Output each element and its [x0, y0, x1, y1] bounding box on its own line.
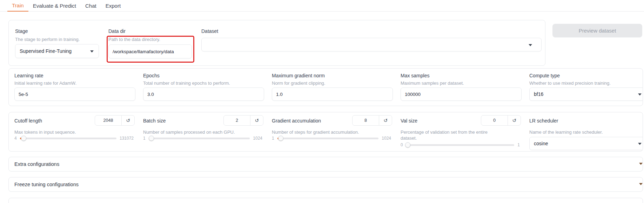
tab-export[interactable]: Export [101, 0, 125, 12]
slider-panel: Cutoff length 2048 ↺ Max tokens in input… [8, 112, 643, 152]
val-size-info: Percentage of validation set from the en… [401, 129, 504, 141]
tab-bar: Train Evaluate & Predict Chat Export [0, 0, 644, 12]
learning-rate-info: Initial learning rate for AdamW. [14, 80, 76, 86]
stage-info: The stage to perform in training. [15, 37, 80, 42]
data-dir-field: Data dir Path to the data directory. [108, 20, 192, 65]
max-grad-norm-field: Maximum gradient norm Norm for gradient … [272, 69, 393, 106]
accordion-freeze-tuning-configurations[interactable]: Freeze tuning configurations [8, 177, 643, 192]
gradient-accumulation-label: Gradient accumulation [272, 118, 321, 124]
chevron-down-icon [638, 143, 642, 145]
slider-thumb[interactable] [21, 136, 26, 141]
cutoff-length-field: Cutoff length 2048 ↺ Max tokens in input… [14, 112, 135, 151]
accordion-lora-configurations[interactable]: LoRA configurations [8, 198, 643, 203]
accordion-caret-icon [639, 183, 643, 185]
lr-scheduler-dropdown[interactable]: cosine [529, 137, 643, 150]
stage-field: Stage The stage to perform in training. … [15, 20, 99, 65]
slider-thumb[interactable] [405, 142, 410, 148]
compute-type-info: Whether to use mixed precision training. [529, 80, 611, 86]
accordion-label: Freeze tuning configurations [14, 182, 79, 187]
dataset-dropdown[interactable] [201, 38, 542, 51]
slider-max-label: 1024 [253, 136, 262, 141]
slider-thumb[interactable] [278, 136, 283, 141]
compute-type-label: Compute type [529, 73, 560, 78]
batch-size-field: Batch size 2 ↺ Number of samples process… [143, 112, 264, 151]
slider-max-label: 1 [517, 142, 520, 147]
val-size-field: Val size 0 ↺ Percentage of validation se… [401, 112, 522, 151]
slider-thumb[interactable] [149, 136, 154, 141]
tab-evaluate-predict[interactable]: Evaluate & Predict [28, 0, 81, 12]
tab-train[interactable]: Train [7, 0, 28, 12]
gradient-accumulation-field: Gradient accumulation 8 ↺ Number of step… [272, 112, 393, 151]
tab-chat[interactable]: Chat [81, 0, 101, 12]
hyperparam-panel: Learning rate Initial learning rate for … [8, 68, 643, 106]
slider-min-label: 4 [14, 136, 17, 141]
dataset-field: Dataset [201, 20, 542, 65]
reset-icon[interactable]: ↺ [250, 115, 263, 125]
learning-rate-input[interactable] [15, 88, 135, 100]
max-grad-norm-input[interactable] [272, 88, 393, 100]
accordion-label: Extra configurations [14, 161, 59, 167]
batch-size-number-input[interactable]: 2 [224, 115, 250, 125]
reset-icon[interactable]: ↺ [508, 115, 521, 125]
stage-label: Stage [15, 28, 28, 34]
gradient-accumulation-slider[interactable] [277, 138, 379, 139]
accordion-caret-icon [639, 163, 643, 165]
max-samples-field: Max samples Maximum samples per dataset. [401, 69, 522, 106]
accordion-extra-configurations[interactable]: Extra configurations [8, 157, 643, 172]
val-size-label: Val size [401, 118, 417, 124]
max-samples-info: Maximum samples per dataset. [401, 80, 464, 86]
slider-max-label: 131072 [120, 136, 134, 141]
chevron-down-icon [90, 50, 94, 52]
stage-dropdown-value: Supervised Fine-Tuning [20, 48, 72, 54]
max-samples-input[interactable] [401, 88, 521, 100]
reset-icon[interactable]: ↺ [121, 115, 134, 125]
batch-size-slider[interactable] [149, 138, 250, 139]
slider-min-label: 0 [401, 142, 403, 147]
lr-scheduler-field: LR scheduler Name of the learning rate s… [529, 112, 643, 151]
max-grad-norm-label: Maximum gradient norm [272, 73, 325, 78]
compute-type-dropdown[interactable]: bf16 [529, 88, 643, 101]
slider-min-label: 1 [272, 136, 274, 141]
epochs-input[interactable] [143, 88, 264, 100]
top-config-panel: Stage The stage to perform in training. … [8, 20, 545, 66]
lr-scheduler-info: Name of the learning rate scheduler. [529, 129, 603, 135]
learning-rate-label: Learning rate [14, 73, 43, 78]
val-size-slider[interactable] [406, 144, 515, 146]
lr-scheduler-label: LR scheduler [529, 118, 558, 124]
slider-max-label: 1024 [382, 136, 391, 141]
gradient-accumulation-number-input[interactable]: 8 [353, 115, 379, 125]
dataset-label: Dataset [201, 28, 218, 34]
slider-min-label: 1 [143, 136, 146, 141]
chevron-down-icon [529, 44, 532, 46]
chevron-down-icon [638, 93, 642, 96]
cutoff-length-label: Cutoff length [14, 118, 42, 124]
preview-dataset-button[interactable]: Preview dataset [552, 24, 642, 37]
max-samples-label: Max samples [401, 73, 429, 78]
cutoff-length-slider[interactable] [20, 138, 116, 139]
epochs-label: Epochs [143, 73, 160, 78]
stage-dropdown[interactable]: Supervised Fine-Tuning [15, 44, 99, 58]
data-dir-label: Data dir [108, 28, 126, 34]
batch-size-label: Batch size [143, 118, 166, 124]
epochs-field: Epochs Total number of training epochs t… [143, 69, 264, 106]
epochs-info: Total number of training epochs to perfo… [143, 80, 230, 86]
cutoff-length-number-input[interactable]: 2048 [95, 115, 121, 125]
data-dir-info: Path to the data directory. [108, 37, 160, 42]
compute-type-value: bf16 [534, 91, 543, 97]
lr-scheduler-value: cosine [534, 141, 548, 146]
learning-rate-field: Learning rate Initial learning rate for … [14, 69, 135, 106]
compute-type-field: Compute type Whether to use mixed precis… [529, 69, 643, 106]
data-dir-input[interactable] [109, 45, 192, 58]
max-grad-norm-info: Norm for gradient clipping. [272, 80, 325, 86]
val-size-number-input[interactable]: 0 [481, 115, 508, 125]
reset-icon[interactable]: ↺ [379, 115, 392, 125]
